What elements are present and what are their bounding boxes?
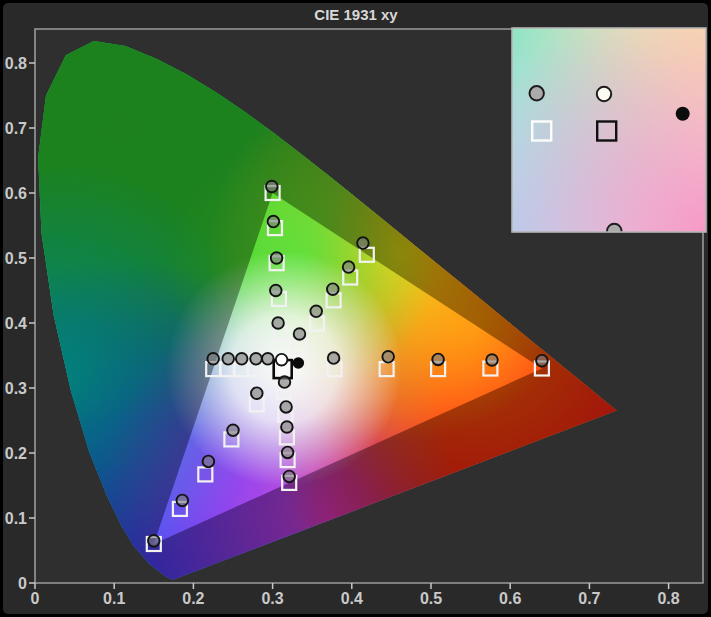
measured-circle-yellow-40 (310, 306, 322, 318)
y-tick-label: 0.5 (5, 250, 27, 267)
measured-circle-blue-20 (251, 387, 263, 399)
measured-circle-cyan-60 (236, 353, 248, 365)
y-tick-label: 0.3 (5, 380, 27, 397)
inset-content (512, 28, 706, 238)
measured-circle-cyan-100 (207, 353, 219, 365)
x-tick-label: 0.6 (499, 590, 521, 607)
y-tick-label: 0.1 (5, 510, 27, 527)
whitepoint-zoom-inset (512, 28, 706, 238)
x-tick-label: 0.3 (261, 590, 283, 607)
x-tick-label: 0.4 (341, 590, 363, 607)
white-point-measured-circle (276, 354, 288, 366)
measured-circle-red-80 (486, 354, 498, 366)
cie-1931-xy-chart[interactable]: 00.10.20.30.40.50.60.70.800.10.20.30.40.… (0, 0, 711, 617)
inset-white-circle (597, 87, 611, 101)
reference-black-dot (293, 357, 305, 369)
y-tick-label: 0.7 (5, 120, 27, 137)
measured-circle-red-60 (432, 354, 444, 366)
measured-circle-green-60 (271, 252, 283, 264)
measured-circle-magenta-60 (281, 421, 293, 433)
measured-circle-magenta-20 (279, 376, 291, 388)
measured-circle-blue-100 (148, 535, 160, 547)
measured-circle-red-40 (382, 351, 394, 363)
measured-circle-red-20 (328, 352, 340, 364)
measured-circle-yellow-100 (357, 237, 369, 249)
x-tick-label: 0.5 (420, 590, 442, 607)
x-tick-label: 0.8 (657, 590, 679, 607)
x-tick-label: 0 (31, 590, 40, 607)
y-tick-label: 0.6 (5, 185, 27, 202)
y-tick-label: 0.8 (5, 55, 27, 72)
measured-circle-magenta-40 (280, 401, 292, 413)
y-tick-label: 0.4 (5, 315, 27, 332)
measured-circle-blue-40 (227, 425, 239, 437)
measured-circle-yellow-20 (294, 328, 306, 340)
measured-circle-green-20 (272, 317, 284, 329)
measured-circle-blue-80 (177, 495, 189, 507)
inset-black-dot (676, 107, 690, 121)
measured-circle-magenta-100 (283, 471, 295, 483)
chart-title: CIE 1931 xy (314, 6, 398, 23)
measured-circle-yellow-80 (343, 261, 355, 273)
inset-gradient-iBR (512, 28, 706, 232)
inset-gray-circle (530, 86, 544, 100)
y-tick-label: 0.2 (5, 445, 27, 462)
y-tick-label: 0 (18, 575, 27, 592)
measured-circle-cyan-40 (250, 353, 262, 365)
measured-circle-blue-60 (203, 456, 215, 468)
measured-circle-magenta-80 (282, 447, 294, 459)
measured-circle-cyan-80 (222, 353, 234, 365)
measured-circle-green-100 (266, 181, 278, 193)
measured-circle-green-80 (268, 216, 280, 228)
x-tick-label: 0.2 (182, 590, 204, 607)
measured-circle-cyan-20 (262, 353, 274, 365)
measured-circle-red-100 (536, 355, 548, 367)
x-tick-label: 0.1 (103, 590, 125, 607)
measured-circle-yellow-60 (327, 283, 339, 295)
cie-chart-window: 00.10.20.30.40.50.60.70.800.10.20.30.40.… (0, 0, 711, 617)
measured-circle-green-40 (270, 285, 282, 297)
x-tick-label: 0.7 (578, 590, 600, 607)
